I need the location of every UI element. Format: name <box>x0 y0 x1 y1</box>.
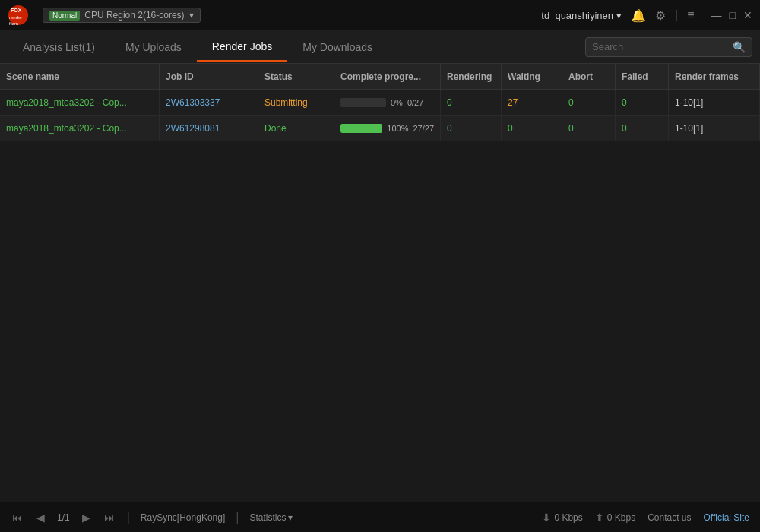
cell-job-id-2: 2W61298081 <box>160 116 258 141</box>
divider: | <box>675 8 678 22</box>
title-bar: FOX render farm Normal CPU Region 2(16-c… <box>0 0 760 30</box>
window-controls: — □ ✕ <box>711 9 752 21</box>
cell-status-2: Done <box>258 116 334 141</box>
progress-bar-container-2: 100% 27/27 <box>340 124 434 133</box>
cell-status-1: Submitting <box>258 90 334 115</box>
raysync-label: RaySync[HongKong] <box>141 512 225 523</box>
logo-icon: FOX render farm <box>8 2 36 28</box>
progress-bar-outer-2 <box>340 124 382 133</box>
col-header-waiting: Waiting <box>502 64 562 89</box>
col-header-abort: Abort <box>562 64 616 89</box>
upload-icon: ⬆ <box>595 511 604 524</box>
tab-my-uploads[interactable]: My Uploads <box>110 33 197 61</box>
col-header-failed: Failed <box>616 64 669 89</box>
maximize-button[interactable]: □ <box>730 9 736 21</box>
statistics-label: Statistics <box>249 512 286 523</box>
table-body: maya2018_mtoa3202 - Cop... 2W61303337 Su… <box>0 90 760 141</box>
status-bar: ⏮ ◀ 1/1 ▶ ⏭ | RaySync[HongKong] | Statis… <box>0 502 760 532</box>
download-icon: ⬇ <box>542 511 551 524</box>
cell-waiting-2: 0 <box>502 116 562 141</box>
cell-abort-2: 0 <box>562 116 616 141</box>
col-header-job-id: Job ID <box>160 64 258 89</box>
cell-scene-name-2: maya2018_mtoa3202 - Cop... <box>0 116 160 141</box>
cell-render-frames-1: 1-10[1] <box>669 90 760 115</box>
page-info: 1/1 <box>57 512 70 523</box>
progress-label-1: 0% <box>391 98 403 107</box>
tab-analysis-list[interactable]: Analysis List(1) <box>8 33 110 61</box>
cell-rendering-2: 0 <box>441 116 502 141</box>
cell-render-frames-2: 1-10[1] <box>669 116 760 141</box>
menu-icon[interactable]: ≡ <box>687 8 694 22</box>
download-speed: ⬇ 0 Kbps <box>542 511 582 524</box>
divider-2: | <box>236 511 239 524</box>
table-header: Scene name Job ID Status Complete progre… <box>0 64 760 90</box>
progress-bar-outer-1 <box>340 98 386 107</box>
col-header-progress: Complete progre... <box>334 64 441 89</box>
progress-fraction-2: 27/27 <box>413 124 434 133</box>
settings-icon[interactable]: ⚙ <box>655 8 666 23</box>
nav-next-button[interactable]: ▶ <box>81 510 92 525</box>
progress-bar-inner-2 <box>340 124 382 133</box>
cell-scene-name-1: maya2018_mtoa3202 - Cop... <box>0 90 160 115</box>
region-label: CPU Region 2(16-cores) <box>84 10 184 21</box>
nav-first-button[interactable]: ⏮ <box>11 510 24 525</box>
cell-progress-1: 0% 0/27 <box>334 90 441 115</box>
user-menu[interactable]: td_quanshiyinen ▾ <box>541 10 622 21</box>
progress-label-2: 100% <box>387 124 408 133</box>
col-header-rendering: Rendering <box>441 64 502 89</box>
divider-1: | <box>127 511 130 524</box>
tabs-bar: Analysis List(1) My Uploads Render Jobs … <box>0 30 760 64</box>
statistics-dropdown[interactable]: Statistics ▾ <box>249 512 293 523</box>
close-button[interactable]: ✕ <box>743 9 752 21</box>
search-icon: 🔍 <box>733 41 746 53</box>
cell-progress-2: 100% 27/27 <box>334 116 441 141</box>
cell-failed-1: 0 <box>616 90 669 115</box>
cell-abort-1: 0 <box>562 90 616 115</box>
upload-speed: ⬆ 0 Kbps <box>595 511 635 524</box>
col-header-render-frames: Render frames <box>669 64 760 89</box>
search-container[interactable]: 🔍 <box>585 37 752 57</box>
normal-badge: Normal <box>49 11 80 21</box>
tab-my-downloads[interactable]: My Downloads <box>287 33 388 61</box>
upload-speed-value: 0 Kbps <box>607 512 635 523</box>
col-header-status: Status <box>258 64 334 89</box>
official-site-link[interactable]: Official Site <box>704 512 749 523</box>
progress-bar-container-1: 0% 0/27 <box>340 98 434 107</box>
notification-icon[interactable]: 🔔 <box>631 8 646 23</box>
contact-us-link[interactable]: Contact us <box>648 512 691 523</box>
svg-text:farm: farm <box>9 21 18 26</box>
svg-text:FOX: FOX <box>11 8 22 13</box>
title-bar-right: td_quanshiyinen ▾ 🔔 ⚙ | ≡ — □ ✕ <box>541 8 752 23</box>
logo-area: FOX render farm Normal CPU Region 2(16-c… <box>8 2 201 28</box>
table-row[interactable]: maya2018_mtoa3202 - Cop... 2W61298081 Do… <box>0 116 760 141</box>
username-label: td_quanshiyinen <box>541 10 613 21</box>
cell-job-id-1: 2W61303337 <box>160 90 258 115</box>
cell-failed-2: 0 <box>616 116 669 141</box>
svg-text:render: render <box>9 15 22 20</box>
download-speed-value: 0 Kbps <box>554 512 582 523</box>
cell-waiting-1: 27 <box>502 90 562 115</box>
tab-render-jobs[interactable]: Render Jobs <box>197 33 287 62</box>
col-header-scene-name: Scene name <box>0 64 160 89</box>
minimize-button[interactable]: — <box>711 9 722 21</box>
progress-fraction-1: 0/27 <box>407 98 423 107</box>
statistics-chevron-icon: ▾ <box>288 512 293 523</box>
cell-rendering-1: 0 <box>441 90 502 115</box>
nav-last-button[interactable]: ⏭ <box>103 510 116 525</box>
chevron-down-icon: ▾ <box>189 10 194 21</box>
user-chevron-icon: ▾ <box>616 10 622 21</box>
status-right: ⬇ 0 Kbps ⬆ 0 Kbps Contact us Official Si… <box>542 511 749 524</box>
table-row[interactable]: maya2018_mtoa3202 - Cop... 2W61303337 Su… <box>0 90 760 116</box>
nav-prev-button[interactable]: ◀ <box>35 510 46 525</box>
content-area <box>0 141 760 532</box>
search-input[interactable] <box>592 41 733 52</box>
cpu-region-selector[interactable]: Normal CPU Region 2(16-cores) ▾ <box>43 8 201 23</box>
